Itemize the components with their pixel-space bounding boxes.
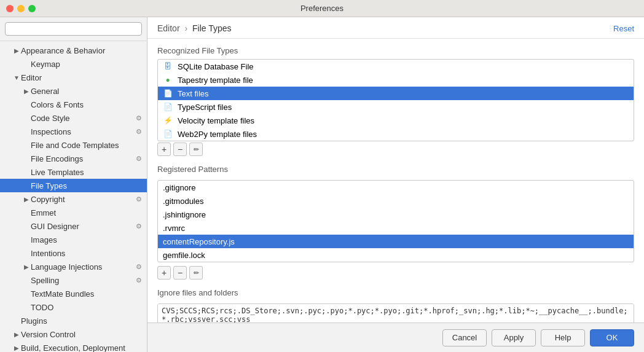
sidebar-item-label: Editor [21, 73, 142, 82]
content-panel: Editor › File Types Reset Recognized Fil… [147, 17, 644, 352]
apply-button[interactable]: Apply [492, 329, 536, 346]
pattern-gemfile-lock[interactable]: gemfile.lock [158, 248, 634, 262]
gear-icon: ⚙ [136, 128, 142, 136]
sidebar-item-emmet[interactable]: ▶ Emmet [0, 206, 147, 219]
arrow-placeholder: ▶ [22, 115, 31, 122]
file-type-label: TypeScript files [178, 103, 232, 112]
file-type-label: SQLite Database File [178, 62, 254, 71]
sidebar-item-label: File Encodings [31, 154, 133, 163]
ignore-input[interactable]: CVS;SCCS;RCS;rcs;.DS_Store;.svn;.pyc;.py… [157, 303, 634, 323]
file-type-label: Velocity template files [178, 116, 254, 125]
sidebar-item-language-injections[interactable]: ▶ Language Injections ⚙ [0, 260, 147, 273]
sidebar-item-label: Plugins [21, 316, 142, 326]
file-type-velocity[interactable]: ⚡ Velocity template files [158, 114, 634, 127]
edit-pattern-button[interactable]: ✏ [189, 266, 203, 280]
help-button[interactable]: Help [541, 329, 585, 346]
sidebar-item-plugins[interactable]: ▶ Plugins [0, 314, 147, 327]
ok-button[interactable]: OK [590, 329, 634, 346]
arrow-placeholder: ▶ [22, 155, 31, 162]
remove-pattern-button[interactable]: − [173, 266, 187, 280]
recognized-file-types-title: Recognized File Types [157, 46, 634, 55]
gear-icon: ⚙ [136, 263, 142, 271]
sidebar-item-code-style[interactable]: ▶ Code Style ⚙ [0, 111, 147, 125]
sidebar-item-label: File and Code Templates [31, 141, 142, 150]
reset-button[interactable]: Reset [613, 24, 634, 33]
sidebar: ▶ Appearance & Behavior ▶ Keymap ▼ Edito… [0, 17, 147, 352]
sidebar-item-label: Appearance & Behavior [21, 46, 142, 55]
textfile-icon: 📄 [163, 88, 173, 98]
sidebar-item-keymap[interactable]: ▶ Keymap [0, 57, 147, 71]
sidebar-item-copyright[interactable]: ▶ Copyright ⚙ [0, 192, 147, 206]
sidebar-item-appearance-behavior[interactable]: ▶ Appearance & Behavior [0, 44, 147, 57]
maximize-button[interactable] [28, 5, 36, 12]
sidebar-item-colors-fonts[interactable]: ▶ Colors & Fonts [0, 98, 147, 111]
sidebar-item-intentions[interactable]: ▶ Intentions [0, 246, 147, 260]
sidebar-item-label: Colors & Fonts [31, 100, 142, 109]
sidebar-item-file-encodings[interactable]: ▶ File Encodings ⚙ [0, 152, 147, 165]
pattern-rvmrc[interactable]: .rvmrc [158, 221, 634, 235]
sidebar-item-file-code-templates[interactable]: ▶ File and Code Templates [0, 138, 147, 152]
sidebar-item-label: Inspections [31, 127, 133, 136]
content-header: Editor › File Types Reset [147, 17, 644, 39]
sidebar-item-general[interactable]: ▶ General [0, 84, 147, 98]
sidebar-item-todo[interactable]: ▶ TODO [0, 300, 147, 314]
arrow-placeholder: ▶ [22, 169, 31, 176]
footer: Cancel Apply Help OK [147, 323, 644, 352]
pattern-gitmodules[interactable]: .gitmodules [158, 194, 634, 208]
arrow-icon: ▶ [22, 196, 31, 203]
arrow-placeholder: ▶ [22, 277, 31, 284]
web2py-icon: 📄 [163, 129, 173, 139]
arrow-placeholder: ▶ [22, 250, 31, 257]
file-type-web2py[interactable]: 📄 Web2Py template files [158, 127, 634, 141]
sidebar-item-inspections[interactable]: ▶ Inspections ⚙ [0, 125, 147, 138]
file-type-typescript[interactable]: 📄 TypeScript files [158, 100, 634, 114]
content-body: Recognized File Types 🗄 SQLite Database … [147, 39, 644, 323]
pattern-list: .gitignore .gitmodules .jshintignore .rv… [157, 180, 634, 262]
gear-icon: ⚙ [136, 155, 142, 163]
sidebar-item-live-templates[interactable]: ▶ Live Templates [0, 165, 147, 179]
edit-file-type-button[interactable]: ✏ [189, 143, 203, 156]
file-type-sqlite[interactable]: 🗄 SQLite Database File [158, 60, 634, 73]
ignore-section: Ignore files and folders CVS;SCCS;RCS;rc… [157, 288, 634, 323]
breadcrumb-current: File Types [192, 23, 232, 33]
add-file-type-button[interactable]: + [157, 143, 171, 156]
sidebar-item-version-control[interactable]: ▶ Version Control [0, 327, 147, 341]
breadcrumb-sep: › [184, 23, 187, 33]
file-type-text-files[interactable]: 📄 Text files [158, 87, 634, 100]
sidebar-item-images[interactable]: ▶ Images [0, 233, 147, 246]
pattern-jshintignore[interactable]: .jshintignore [158, 208, 634, 221]
file-type-tapestry[interactable]: ● Tapestry template file [158, 73, 634, 87]
arrow-placeholder: ▶ [22, 61, 31, 68]
arrow-placeholder: ▶ [22, 182, 31, 189]
recognized-file-types-section: Recognized File Types 🗄 SQLite Database … [157, 46, 634, 157]
sidebar-item-gui-designer[interactable]: ▶ GUI Designer ⚙ [0, 219, 147, 233]
window-title: Preferences [300, 4, 344, 13]
arrow-placeholder: ▶ [22, 142, 31, 149]
sidebar-item-file-types[interactable]: ▶ File Types [0, 179, 147, 192]
gear-icon: ⚙ [136, 195, 142, 203]
cancel-button[interactable]: Cancel [442, 329, 487, 346]
pattern-gitignore[interactable]: .gitignore [158, 181, 634, 194]
pattern-contentrepository[interactable]: contentRepository.js [158, 235, 634, 248]
search-bar [0, 17, 147, 41]
sidebar-item-label: GUI Designer [31, 222, 133, 231]
sidebar-item-label: Build, Execution, Deployment [21, 343, 142, 353]
arrow-icon: ▶ [12, 47, 21, 54]
sidebar-item-label: TextMate Bundles [31, 289, 142, 299]
arrow-placeholder: ▶ [22, 237, 31, 243]
close-button[interactable] [6, 5, 14, 12]
minimize-button[interactable] [17, 5, 25, 12]
arrow-placeholder: ▶ [22, 209, 31, 216]
sidebar-item-editor[interactable]: ▼ Editor [0, 71, 147, 84]
title-bar: Preferences [0, 0, 644, 17]
sidebar-item-label: Copyright [31, 195, 133, 204]
add-pattern-button[interactable]: + [157, 266, 171, 280]
arrow-icon: ▶ [12, 331, 21, 338]
remove-file-type-button[interactable]: − [173, 143, 187, 156]
tapestry-icon: ● [163, 75, 173, 85]
sidebar-item-textmate-bundles[interactable]: ▶ TextMate Bundles [0, 287, 147, 300]
sqlite-icon: 🗄 [163, 61, 173, 71]
search-input[interactable] [5, 22, 142, 36]
sidebar-item-build-execution[interactable]: ▶ Build, Execution, Deployment [0, 341, 147, 352]
sidebar-item-spelling[interactable]: ▶ Spelling ⚙ [0, 273, 147, 287]
